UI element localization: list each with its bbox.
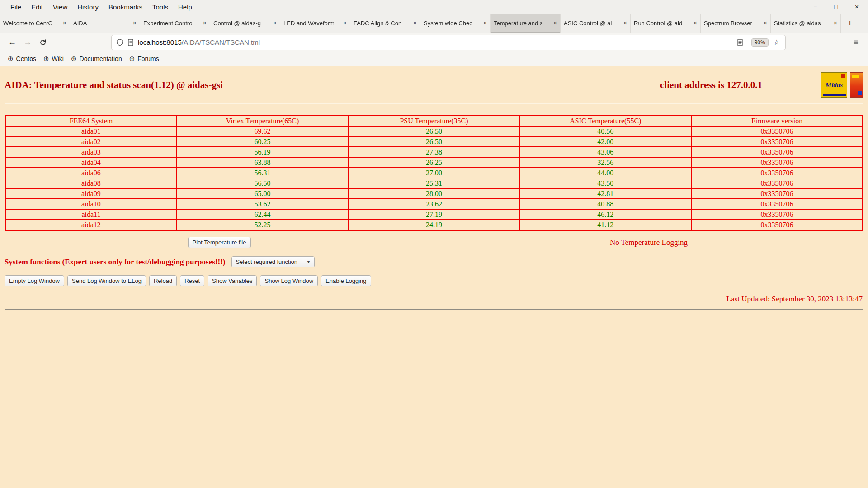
menu-file[interactable]: File xyxy=(5,3,26,11)
tab-close-icon[interactable]: × xyxy=(343,19,347,27)
table-header-row: FEE64 System Virtex Temperature(65C) PSU… xyxy=(5,116,863,127)
page-info-icon[interactable] xyxy=(127,39,134,46)
page-title: AIDA: Temperature and status scan(1.12) … xyxy=(5,80,660,91)
back-icon[interactable]: ← xyxy=(5,35,20,50)
url-text[interactable]: localhost:8015/AIDA/TSCAN/TSCAN.tml xyxy=(138,38,737,46)
forward-icon: → xyxy=(20,35,35,50)
bookmark-documentation[interactable]: ⊕ Documentation xyxy=(69,55,127,63)
tab-asic-control[interactable]: ASIC Control @ ai × xyxy=(561,14,631,33)
reload-icon[interactable] xyxy=(35,35,51,50)
reload-button[interactable]: Reload xyxy=(149,275,177,286)
new-tab-button[interactable]: + xyxy=(841,14,859,33)
virtex-temp: 56.31 xyxy=(177,168,348,178)
tab-fadc-align[interactable]: FADC Align & Con × xyxy=(350,14,420,33)
tab-close-icon[interactable]: × xyxy=(483,19,487,27)
virtex-temp: 56.50 xyxy=(177,178,348,188)
plot-temperature-button[interactable]: Plot Temperature file xyxy=(188,237,251,248)
virtex-temp: 62.44 xyxy=(177,209,348,220)
bookmark-forums[interactable]: ⊕ Forums xyxy=(127,55,164,63)
show-log-window-button[interactable]: Show Log Window xyxy=(260,275,318,286)
action-buttons-row: Empty Log Window Send Log Window to ELog… xyxy=(5,275,863,286)
reader-mode-icon[interactable] xyxy=(737,39,743,46)
maximize-icon[interactable]: □ xyxy=(832,3,840,10)
tab-close-icon[interactable]: × xyxy=(693,19,697,27)
function-select[interactable]: Select required function ▼ xyxy=(231,256,315,267)
table-row: aida01 69.62 26.50 40.56 0x3350706 xyxy=(5,126,863,136)
window-controls: − □ × xyxy=(811,3,868,10)
bookmark-centos[interactable]: ⊕ Centos xyxy=(5,55,41,63)
asic-temp: 42.81 xyxy=(520,188,691,199)
tab-close-icon[interactable]: × xyxy=(764,19,767,27)
tab-control-aidas[interactable]: Control @ aidas-g × xyxy=(210,14,280,33)
tab-system-checks[interactable]: System wide Chec × xyxy=(420,14,491,33)
firmware-version: 0x3350706 xyxy=(691,178,863,188)
virtex-temp: 56.19 xyxy=(177,147,348,157)
system-name: aida08 xyxy=(5,178,177,188)
asic-temp: 40.88 xyxy=(520,199,691,209)
client-address-text: client address is 127.0.0.1 xyxy=(660,80,762,91)
menu-help[interactable]: Help xyxy=(173,3,197,11)
empty-log-window-button[interactable]: Empty Log Window xyxy=(5,275,64,286)
tab-close-icon[interactable]: × xyxy=(413,19,417,27)
psu-temp: 23.62 xyxy=(348,199,519,209)
reset-button[interactable]: Reset xyxy=(180,275,204,286)
table-row: aida06 56.31 27.00 44.00 0x3350706 xyxy=(5,168,863,178)
firmware-version: 0x3350706 xyxy=(691,168,863,178)
table-row: aida04 63.88 26.25 32.56 0x3350706 xyxy=(5,157,863,168)
col-asic-temp: ASIC Temperature(55C) xyxy=(520,116,691,127)
table-row: aida09 65.00 28.00 42.81 0x3350706 xyxy=(5,188,863,199)
tab-close-icon[interactable]: × xyxy=(273,19,277,27)
table-row: aida10 53.62 23.62 40.88 0x3350706 xyxy=(5,199,863,209)
shield-icon[interactable] xyxy=(116,39,123,46)
zoom-level-button[interactable]: 90% xyxy=(751,38,769,47)
tab-close-icon[interactable]: × xyxy=(63,19,66,27)
psu-temp: 25.31 xyxy=(348,178,519,188)
menu-view[interactable]: View xyxy=(48,3,72,11)
tab-close-icon[interactable]: × xyxy=(834,19,837,27)
psu-temp: 26.50 xyxy=(348,136,519,147)
tab-close-icon[interactable]: × xyxy=(553,19,557,27)
send-log-to-elog-button[interactable]: Send Log Window to ELog xyxy=(67,275,146,286)
menu-bookmarks[interactable]: Bookmarks xyxy=(104,3,147,11)
virtex-temp: 52.25 xyxy=(177,220,348,230)
table-row: aida03 56.19 27.38 43.06 0x3350706 xyxy=(5,147,863,157)
asic-temp: 41.12 xyxy=(520,220,691,230)
psu-temp: 27.19 xyxy=(348,209,519,220)
tab-close-icon[interactable]: × xyxy=(203,19,207,27)
logo-group: Midas xyxy=(821,72,863,98)
menu-edit[interactable]: Edit xyxy=(26,3,48,11)
tab-close-icon[interactable]: × xyxy=(133,19,137,27)
app-menu-icon[interactable]: ≡ xyxy=(848,35,863,50)
asic-temp: 46.12 xyxy=(520,209,691,220)
tab-statistics[interactable]: Statistics @ aidas × xyxy=(771,14,841,33)
navigation-bar: ← → localhost:8015/AIDA/TSCAN/TSCAN.tml … xyxy=(0,33,868,52)
show-variables-button[interactable]: Show Variables xyxy=(208,275,257,286)
firmware-version: 0x3350706 xyxy=(691,220,863,230)
tab-experiment-control[interactable]: Experiment Contro × xyxy=(140,14,210,33)
tab-spectrum-browser[interactable]: Spectrum Browser × xyxy=(701,14,771,33)
tab-welcome-centos[interactable]: Welcome to CentO × xyxy=(0,14,70,33)
temperature-table: FEE64 System Virtex Temperature(65C) PSU… xyxy=(5,115,863,231)
tab-run-control[interactable]: Run Control @ aid × xyxy=(631,14,701,33)
tab-close-icon[interactable]: × xyxy=(623,19,627,27)
firmware-version: 0x3350706 xyxy=(691,126,863,136)
menu-tools[interactable]: Tools xyxy=(147,3,173,11)
bookmark-star-icon[interactable]: ☆ xyxy=(773,38,781,47)
system-name: aida06 xyxy=(5,168,177,178)
tab-aida[interactable]: AIDA × xyxy=(70,14,140,33)
system-name: aida04 xyxy=(5,157,177,168)
bookmark-wiki[interactable]: ⊕ Wiki xyxy=(41,55,69,63)
minimize-icon[interactable]: − xyxy=(811,3,819,10)
globe-icon: ⊕ xyxy=(129,55,135,63)
tab-temperature-scan-active[interactable]: Temperature and s × xyxy=(491,14,561,33)
asic-temp: 42.00 xyxy=(520,136,691,147)
daq-logo xyxy=(850,72,863,98)
chevron-down-icon: ▼ xyxy=(307,260,311,264)
url-bar[interactable]: localhost:8015/AIDA/TSCAN/TSCAN.tml 90% … xyxy=(112,35,785,50)
footer-divider xyxy=(5,309,863,310)
menu-history[interactable]: History xyxy=(72,3,104,11)
enable-logging-button[interactable]: Enable Logging xyxy=(321,275,371,286)
tab-led-waveform[interactable]: LED and Waveform × xyxy=(280,14,350,33)
virtex-temp: 63.88 xyxy=(177,157,348,168)
close-icon[interactable]: × xyxy=(853,3,861,10)
